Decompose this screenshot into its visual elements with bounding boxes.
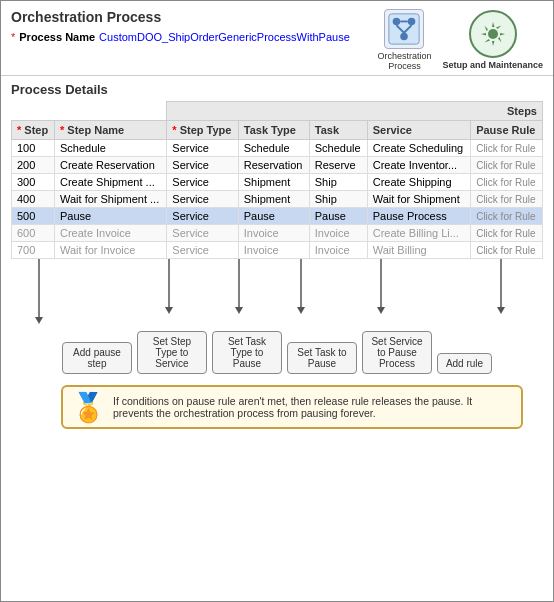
set-step-type-service-button[interactable]: Set Step Type to Service bbox=[137, 331, 207, 374]
cell-step: 600 bbox=[12, 225, 55, 242]
cell-service: Create Inventor... bbox=[367, 157, 470, 174]
cell-pause_rule: Click for Rule bbox=[471, 157, 543, 174]
required-star: * bbox=[11, 31, 15, 43]
cell-pause_rule: Click for Rule bbox=[471, 140, 543, 157]
process-table: Steps * Step * Step Name * Step Type Tas… bbox=[11, 101, 543, 259]
orchestration-process-icon bbox=[384, 9, 424, 49]
cell-service: Create Shipping bbox=[367, 174, 470, 191]
cell-step_name: Create Shipment ... bbox=[54, 174, 166, 191]
set-task-pause-button[interactable]: Set Task to Pause bbox=[287, 342, 357, 374]
cell-task: Schedule bbox=[309, 140, 367, 157]
cell-step_type: Service bbox=[167, 242, 238, 259]
cell-pause_rule: Click for Rule bbox=[471, 208, 543, 225]
info-text: If conditions on pause rule aren't met, … bbox=[113, 395, 472, 419]
cell-pause_rule: Click for Rule bbox=[471, 225, 543, 242]
cell-task_type: Schedule bbox=[238, 140, 309, 157]
section-title: Process Details bbox=[1, 76, 553, 101]
info-box: 🏅 If conditions on pause rule aren't met… bbox=[61, 385, 523, 429]
cell-step_type: Service bbox=[167, 191, 238, 208]
table-row[interactable]: 200Create ReservationServiceReservationR… bbox=[12, 157, 543, 174]
set-service-pause-process-button[interactable]: Set Service to Pause Process bbox=[362, 331, 432, 374]
cell-service: Create Scheduling bbox=[367, 140, 470, 157]
svg-point-3 bbox=[401, 33, 409, 41]
col-step-name: * Step Name bbox=[54, 121, 166, 140]
cell-step_name: Create Invoice bbox=[54, 225, 166, 242]
svg-point-7 bbox=[488, 29, 498, 39]
cell-step: 500 bbox=[12, 208, 55, 225]
cell-task_type: Invoice bbox=[238, 225, 309, 242]
process-name-label: Process Name bbox=[19, 31, 95, 43]
svg-point-2 bbox=[408, 18, 416, 26]
setup-maintenance-icon bbox=[469, 10, 517, 58]
add-rule-button[interactable]: Add rule bbox=[437, 353, 492, 374]
add-pause-step-button[interactable]: Add pause step bbox=[62, 342, 132, 374]
table-row[interactable]: 600Create InvoiceServiceInvoiceInvoiceCr… bbox=[12, 225, 543, 242]
svg-marker-17 bbox=[377, 307, 385, 314]
cell-task: Pause bbox=[309, 208, 367, 225]
set-task-type-pause-button[interactable]: Set Task Type to Pause bbox=[212, 331, 282, 374]
page-title: Orchestration Process bbox=[11, 9, 350, 25]
svg-marker-13 bbox=[235, 307, 243, 314]
cell-task: Ship bbox=[309, 174, 367, 191]
cell-step: 100 bbox=[12, 140, 55, 157]
orchestration-process-label: Orchestration Process bbox=[374, 51, 434, 71]
cell-step_type: Service bbox=[167, 174, 238, 191]
arrows-area: Add pause step Set Step Type to Service … bbox=[11, 259, 543, 379]
process-name-value[interactable]: CustomDOO_ShipOrderGenericProcessWithPau… bbox=[99, 31, 350, 43]
cell-task_type: Pause bbox=[238, 208, 309, 225]
setup-maintenance-button[interactable]: Setup and Maintenance bbox=[442, 10, 543, 70]
table-row[interactable]: 700Wait for InvoiceServiceInvoiceInvoice… bbox=[12, 242, 543, 259]
page-header: Orchestration Process * Process Name Cus… bbox=[1, 1, 553, 76]
process-name-row: * Process Name CustomDOO_ShipOrderGeneri… bbox=[11, 31, 350, 43]
cell-service: Create Billing Li... bbox=[367, 225, 470, 242]
col-task: Task bbox=[309, 121, 367, 140]
cell-step_type: Service bbox=[167, 225, 238, 242]
table-body: 100ScheduleServiceScheduleScheduleCreate… bbox=[12, 140, 543, 259]
cell-step_name: Pause bbox=[54, 208, 166, 225]
cell-step: 700 bbox=[12, 242, 55, 259]
cell-task_type: Invoice bbox=[238, 242, 309, 259]
setup-maintenance-label: Setup and Maintenance bbox=[442, 60, 543, 70]
cell-step_name: Wait for Invoice bbox=[54, 242, 166, 259]
table-row[interactable]: 500PauseServicePausePausePause ProcessCl… bbox=[12, 208, 543, 225]
cell-task_type: Reservation bbox=[238, 157, 309, 174]
cell-step: 400 bbox=[12, 191, 55, 208]
header-left: Orchestration Process * Process Name Cus… bbox=[11, 9, 350, 43]
cell-task: Invoice bbox=[309, 225, 367, 242]
medal-icon: 🏅 bbox=[71, 391, 106, 424]
cell-step_type: Service bbox=[167, 208, 238, 225]
header-icons: Orchestration Process Setup and Maintena… bbox=[374, 9, 543, 71]
cell-pause_rule: Click for Rule bbox=[471, 242, 543, 259]
cell-task_type: Shipment bbox=[238, 174, 309, 191]
cell-task: Ship bbox=[309, 191, 367, 208]
cell-step: 200 bbox=[12, 157, 55, 174]
cell-step_name: Schedule bbox=[54, 140, 166, 157]
table-row[interactable]: 300Create Shipment ...ServiceShipmentShi… bbox=[12, 174, 543, 191]
cell-task_type: Shipment bbox=[238, 191, 309, 208]
svg-point-1 bbox=[393, 18, 401, 26]
cell-service: Pause Process bbox=[367, 208, 470, 225]
svg-marker-19 bbox=[497, 307, 505, 314]
cell-step: 300 bbox=[12, 174, 55, 191]
cell-step_type: Service bbox=[167, 157, 238, 174]
steps-group-header: Steps bbox=[167, 102, 543, 121]
table-row[interactable]: 400Wait for Shipment ...ServiceShipmentS… bbox=[12, 191, 543, 208]
col-step-type: * Step Type bbox=[167, 121, 238, 140]
cell-step_type: Service bbox=[167, 140, 238, 157]
svg-marker-11 bbox=[165, 307, 173, 314]
annotation-buttons: Add pause step Set Step Type to Service … bbox=[11, 331, 543, 374]
cell-task: Invoice bbox=[309, 242, 367, 259]
cell-service: Wait for Shipment bbox=[367, 191, 470, 208]
col-task-type: Task Type bbox=[238, 121, 309, 140]
table-container: Steps * Step * Step Name * Step Type Tas… bbox=[1, 101, 553, 259]
cell-pause_rule: Click for Rule bbox=[471, 191, 543, 208]
col-pause-rule: Pause Rule bbox=[471, 121, 543, 140]
table-row[interactable]: 100ScheduleServiceScheduleScheduleCreate… bbox=[12, 140, 543, 157]
svg-marker-9 bbox=[35, 317, 43, 324]
steps-header-row: Steps bbox=[12, 102, 543, 121]
cell-step_name: Create Reservation bbox=[54, 157, 166, 174]
orchestration-process-button[interactable]: Orchestration Process bbox=[374, 9, 434, 71]
svg-marker-15 bbox=[297, 307, 305, 314]
cell-task: Reserve bbox=[309, 157, 367, 174]
cell-service: Wait Billing bbox=[367, 242, 470, 259]
